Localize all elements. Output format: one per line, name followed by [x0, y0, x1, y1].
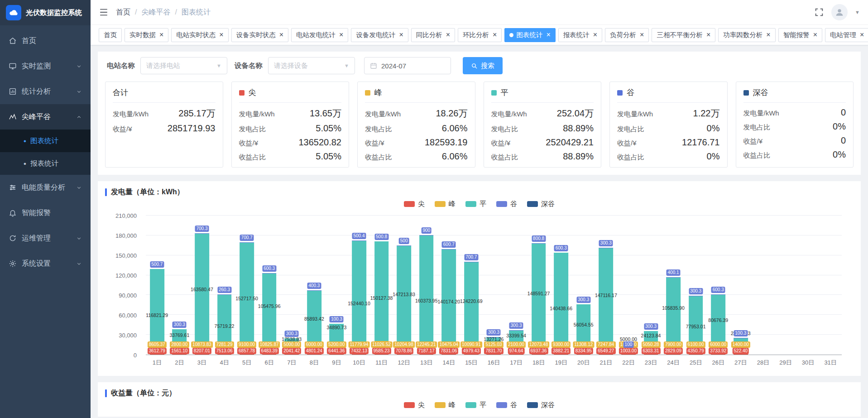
tab-home[interactable]: 首页 — [99, 28, 122, 42]
bar-column-18[interactable]: 148591.2712073.486937.36800.818日 — [528, 216, 550, 355]
tab-report-statistics[interactable]: 报表统计× — [558, 28, 602, 42]
fullscreen-icon[interactable] — [814, 7, 824, 17]
tab-realtime-data[interactable]: 实时数据× — [125, 28, 168, 42]
tab-device-realtime-status[interactable]: 设备实时状态× — [231, 28, 288, 42]
tab-mom-analysis[interactable]: 环比分析× — [458, 28, 502, 42]
close-icon[interactable]: × — [766, 31, 770, 38]
avatar[interactable] — [831, 4, 848, 20]
tab-station-management[interactable]: 电站管理× — [825, 28, 868, 42]
sidebar-item-smart-alarm[interactable]: 智能报警 — [0, 200, 91, 226]
bar-column-25[interactable]: 77953.016100.004350.79300.325日 — [685, 216, 707, 355]
bar-column-17[interactable]: 33399.542100.00974.64300.317日 — [505, 216, 528, 355]
bar-column-20[interactable]: 56054.5511308.128334.95300.320日 — [572, 216, 595, 355]
bar-column-13[interactable]: 160373.9512245.217187.1790013日 — [415, 216, 438, 355]
tab-station-realtime-status[interactable]: 电站实时状态× — [171, 28, 228, 42]
bar-column-16[interactable]: 13271.265125.037831.70300.316日 — [483, 216, 505, 355]
bar-column-29[interactable]: 29日 — [774, 216, 797, 355]
user-menu-caret-icon[interactable]: ▼ — [855, 10, 860, 15]
sidebar-collapse-button[interactable] — [99, 7, 109, 17]
close-icon[interactable]: × — [813, 31, 817, 38]
bar-column-27[interactable]: 22990.731400.00522.40100.327日 — [729, 216, 752, 355]
close-icon[interactable]: × — [706, 31, 710, 38]
legend-item-深谷[interactable]: 深谷 — [527, 200, 555, 208]
sidebar-item-realtime-monitor[interactable]: 实时监测 — [0, 53, 91, 79]
close-icon[interactable]: × — [640, 31, 644, 38]
breadcrumb-item-home[interactable]: 首页 — [116, 8, 130, 17]
bar-column-24[interactable]: 105835.907900.002829.09400.124日 — [662, 216, 685, 355]
sidebar-item-operation-maintenance[interactable]: 运维管理 — [0, 226, 91, 251]
tab-load-analysis[interactable]: 负荷分析× — [605, 28, 649, 42]
sidebar-item-report-statistics[interactable]: •报表统计 — [0, 152, 91, 175]
legend-item-深谷[interactable]: 深谷 — [527, 401, 555, 409]
bar-column-12[interactable]: 147213.8310204.987078.8650012日 — [393, 216, 415, 355]
tab-three-phase-unbalance[interactable]: 三相不平衡分析× — [652, 28, 715, 42]
bar-column-1[interactable]: 116821.298605.373612.79500.71日 — [146, 216, 168, 355]
bar-column-31[interactable]: 31日 — [819, 216, 842, 355]
bar-column-26[interactable]: 80676.396000.003733.92600.326日 — [707, 216, 729, 355]
bar-column-6[interactable]: 105475.9610825.876483.39600.36日 — [258, 216, 281, 355]
close-icon[interactable]: × — [546, 31, 550, 38]
close-icon[interactable]: × — [593, 31, 597, 38]
tab-power-factor-analysis[interactable]: 功率因数分析× — [718, 28, 775, 42]
legend-item-谷[interactable]: 谷 — [496, 401, 517, 409]
tab-yoy-analysis[interactable]: 同比分析× — [411, 28, 455, 42]
bar-column-28[interactable]: 28日 — [752, 216, 775, 355]
ping-value-label: 163580.47 — [191, 286, 213, 293]
bar-column-19[interactable]: 140438.669300.003882.21600.319日 — [550, 216, 572, 355]
station-select[interactable]: 请选择电站 ▼ — [140, 57, 227, 74]
bar-segment-平 — [240, 243, 254, 344]
close-icon[interactable]: × — [493, 31, 497, 38]
tab-smart-alarm[interactable]: 智能报警× — [778, 28, 822, 42]
bar-column-5[interactable]: 152717.509100.006857.78700.75日 — [235, 216, 258, 355]
close-icon[interactable]: × — [279, 31, 283, 38]
feng-value-label: 1400.00 — [731, 341, 750, 348]
tab-device-generation-stats[interactable]: 设备发电统计× — [351, 28, 408, 42]
sidebar-item-statistical-analysis[interactable]: 统计分析 — [0, 79, 91, 104]
sidebar-item-system-settings[interactable]: 系统设置 — [0, 251, 91, 276]
sidebar-item-power-quality-analysis[interactable]: 电能质量分析 — [0, 175, 91, 200]
bar-column-3[interactable]: 163580.4710873.838207.01700.33日 — [191, 216, 213, 355]
close-icon[interactable]: × — [159, 31, 163, 38]
legend-item-峰[interactable]: 峰 — [435, 200, 456, 208]
x-axis-label: 22日 — [622, 359, 634, 367]
device-select[interactable]: 请选择设备 ▼ — [268, 57, 355, 74]
tab-station-generation-stats[interactable]: 电站发电统计× — [291, 28, 348, 42]
bar-column-8[interactable]: 85893.426000.004801.24400.38日 — [303, 216, 326, 355]
bar-column-2[interactable]: 33769.612800.001561.10300.32日 — [168, 216, 191, 355]
search-button[interactable]: 搜索 — [463, 57, 503, 74]
ping-value-label: 124220.69 — [460, 298, 483, 305]
card-title-text: 深谷 — [753, 87, 768, 98]
month-picker[interactable]: 2024-07 — [364, 57, 451, 74]
breadcrumb-item-peak-valley[interactable]: 尖峰平谷 — [141, 8, 170, 17]
bar-column-21[interactable]: 147116.177247.846549.27300.321日 — [595, 216, 618, 355]
metric-label: 收益/¥ — [113, 125, 132, 134]
legend-item-谷[interactable]: 谷 — [496, 200, 517, 208]
sidebar-item-peak-valley[interactable]: 尖峰平谷 — [0, 104, 91, 130]
bar-column-7[interactable]: 17538.835000.002041.42300.37日 — [280, 216, 303, 355]
bar-column-15[interactable]: 124220.6910090.914979.43700.715日 — [460, 216, 483, 355]
bar-column-10[interactable]: 152440.1011779.947432.13500.410日 — [348, 216, 370, 355]
legend-item-平[interactable]: 平 — [465, 200, 486, 208]
legend-item-峰[interactable]: 峰 — [435, 401, 456, 409]
legend-swatch — [465, 402, 476, 408]
bar-column-4[interactable]: 75719.227281.297513.06260.34日 — [213, 216, 236, 355]
close-icon[interactable]: × — [339, 31, 343, 38]
close-icon[interactable]: × — [399, 31, 403, 38]
bar-column-11[interactable]: 150127.3811026.529585.23500.811日 — [370, 216, 393, 355]
bar-column-9[interactable]: 34890.735200.006441.36100.39日 — [326, 216, 348, 355]
bar-column-14[interactable]: 140174.2010475.047831.06600.714日 — [438, 216, 460, 355]
legend-item-尖[interactable]: 尖 — [404, 200, 425, 208]
x-axis-label: 24日 — [667, 359, 679, 367]
legend-item-尖[interactable]: 尖 — [404, 401, 425, 409]
close-icon[interactable]: × — [860, 31, 864, 38]
sidebar-item-chart-statistics[interactable]: •图表统计 — [0, 130, 91, 152]
close-icon[interactable]: × — [446, 31, 450, 38]
bar-column-23[interactable]: 24123.845050.286303.31300.323日 — [640, 216, 662, 355]
revenue-chart-legend: 尖峰平谷深谷 — [105, 401, 854, 409]
tab-chart-statistics[interactable]: 图表统计× — [504, 28, 555, 42]
sidebar-item-home[interactable]: 首页 — [0, 28, 91, 53]
legend-item-平[interactable]: 平 — [465, 401, 486, 409]
bar-column-30[interactable]: 30日 — [797, 216, 820, 355]
close-icon[interactable]: × — [219, 31, 223, 38]
bar-column-22[interactable]: 5000.001800.001003.0010022日 — [617, 216, 640, 355]
